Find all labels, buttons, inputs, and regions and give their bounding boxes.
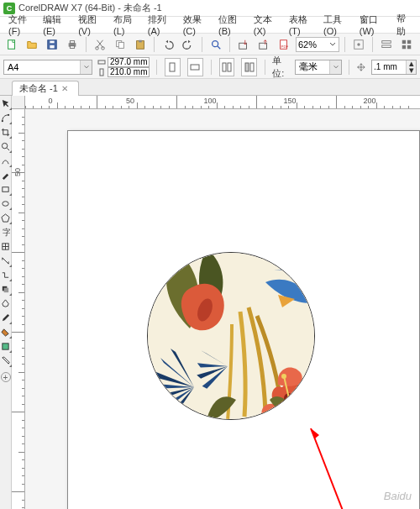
menu-layout[interactable]: 布局(L) (110, 13, 141, 36)
nudge-input[interactable] (372, 62, 406, 71)
menu-file[interactable]: 文件(F) (5, 13, 36, 36)
menu-edit[interactable]: 编辑(E) (39, 13, 71, 36)
cut-button[interactable] (92, 36, 108, 53)
search-button[interactable] (207, 36, 224, 53)
menu-arrange[interactable]: 排列(A) (144, 13, 176, 36)
publish-pdf-button[interactable]: PDF (276, 36, 292, 53)
print-button[interactable] (64, 36, 81, 53)
page-size-combo[interactable] (3, 60, 92, 75)
page-size-input[interactable] (4, 62, 80, 72)
standard-toolbar: PDF (0, 34, 420, 55)
menu-table[interactable]: 表格(T) (286, 13, 317, 36)
ruler-area: 050100150200 50 (12, 96, 420, 509)
shape-tool[interactable] (1, 112, 11, 123)
separator (344, 37, 345, 52)
svg-rect-30 (223, 63, 226, 71)
copy-button[interactable] (112, 36, 129, 53)
document-tab[interactable]: 未命名 -1 ✕ (12, 81, 79, 96)
spin-down-icon[interactable]: ▾ (406, 67, 416, 74)
paste-button[interactable] (132, 36, 149, 53)
polygon-tool[interactable] (1, 212, 11, 223)
connector-tool[interactable] (1, 269, 11, 281)
undo-button[interactable] (160, 36, 176, 53)
portrait-button[interactable] (165, 58, 181, 76)
artistic-media-tool[interactable] (1, 169, 11, 181)
new-button[interactable] (3, 36, 20, 53)
options-button[interactable] (378, 36, 395, 53)
svg-rect-27 (100, 69, 103, 76)
page-width-input[interactable] (108, 57, 150, 67)
horizontal-ruler[interactable]: 050100150200 (25, 96, 420, 109)
outline-tool[interactable] (1, 354, 11, 366)
separator (372, 37, 373, 52)
open-button[interactable] (24, 36, 40, 53)
tab-label: 未命名 -1 (19, 82, 58, 95)
chevron-down-icon (80, 60, 92, 74)
interactive-fill-tool[interactable] (1, 326, 11, 338)
menu-text[interactable]: 文本(X) (250, 13, 282, 36)
text-tool[interactable]: 字 (1, 226, 11, 238)
property-bar: 单位: ▴▾ (0, 55, 420, 79)
menu-view[interactable]: 视图(V) (75, 13, 107, 36)
artwork-circle[interactable] (147, 252, 315, 420)
current-page-button[interactable] (241, 58, 257, 76)
svg-rect-32 (245, 63, 249, 71)
separator (202, 37, 202, 52)
svg-rect-20 (382, 40, 391, 43)
svg-rect-31 (228, 63, 231, 71)
separator (86, 37, 87, 52)
import-button[interactable] (235, 36, 252, 53)
export-button[interactable] (255, 36, 272, 53)
eyedropper-tool[interactable] (1, 312, 11, 323)
rectangle-tool[interactable] (1, 183, 11, 195)
svg-rect-29 (191, 65, 199, 70)
menu-window[interactable]: 窗口(W) (356, 13, 390, 36)
redo-button[interactable] (180, 36, 197, 53)
svg-line-48 (311, 428, 370, 509)
unit-input[interactable] (296, 62, 329, 72)
freehand-tool[interactable] (1, 155, 11, 166)
chevron-down-icon (329, 60, 341, 74)
svg-rect-2 (50, 45, 54, 48)
svg-rect-0 (8, 39, 15, 49)
zoom-tool[interactable] (1, 140, 11, 152)
ellipse-tool[interactable] (1, 197, 11, 209)
unit-combo[interactable] (295, 60, 342, 75)
table-tool[interactable] (1, 240, 11, 252)
canvas[interactable]: Baidu (25, 109, 420, 509)
ruler-origin[interactable] (12, 96, 25, 109)
close-icon[interactable]: ✕ (61, 84, 68, 93)
menu-tools[interactable]: 工具(O) (320, 13, 353, 36)
svg-rect-42 (4, 287, 9, 292)
launcher-button[interactable] (398, 36, 415, 53)
snap-button[interactable] (350, 36, 367, 53)
svg-rect-12 (139, 39, 142, 42)
landscape-button[interactable] (187, 58, 203, 76)
zoom-combo[interactable] (296, 37, 339, 52)
menu-effects[interactable]: 效果(C) (180, 13, 212, 36)
svg-rect-21 (382, 45, 391, 47)
quick-customize-button[interactable]: + (1, 372, 11, 382)
menu-bitmap[interactable]: 位图(B) (215, 13, 247, 36)
svg-rect-28 (170, 63, 175, 71)
svg-point-13 (213, 40, 218, 46)
save-button[interactable] (44, 36, 60, 53)
svg-point-19 (357, 43, 360, 46)
transparency-tool[interactable] (1, 297, 11, 309)
drop-shadow-tool[interactable] (1, 283, 11, 295)
menu-help[interactable]: 帮助 (393, 13, 415, 38)
toolbox: 字 + (0, 96, 12, 509)
all-pages-button[interactable] (219, 58, 235, 76)
svg-rect-5 (70, 40, 74, 43)
svg-rect-23 (407, 39, 411, 43)
svg-rect-34 (2, 120, 3, 122)
smart-fill-tool[interactable] (1, 340, 11, 352)
nudge-spinner[interactable]: ▴▾ (371, 60, 417, 75)
pick-tool[interactable] (1, 97, 11, 109)
dimension-tool[interactable] (1, 254, 11, 266)
separator (265, 60, 265, 75)
crop-tool[interactable] (1, 126, 11, 138)
vertical-ruler[interactable]: 50 (12, 109, 25, 509)
page-height-input[interactable] (108, 67, 150, 77)
zoom-input[interactable] (298, 39, 327, 50)
